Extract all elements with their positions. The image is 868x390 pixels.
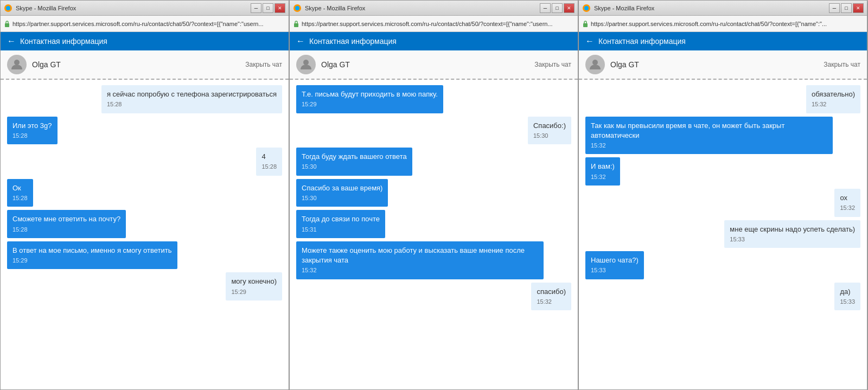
message-text-1-6: В ответ на мое письмо, именно я смогу от… bbox=[12, 246, 172, 254]
back-arrow-1[interactable]: ← bbox=[7, 36, 16, 46]
chat-header-2: ← Контактная информация bbox=[290, 32, 578, 50]
back-arrow-3[interactable]: ← bbox=[585, 36, 594, 46]
message-1-4: Ок 15:28 bbox=[7, 179, 33, 207]
message-text-1-1: я сейчас попробую с телефона зарегистрир… bbox=[107, 90, 277, 98]
avatar-3 bbox=[585, 55, 605, 74]
message-3-6: Нашего чата?) 15:33 bbox=[585, 251, 644, 279]
window-controls-1: ─ □ ✕ bbox=[251, 3, 285, 13]
message-time-1-3: 15:28 bbox=[261, 163, 277, 171]
minimize-btn-1[interactable]: ─ bbox=[251, 3, 261, 13]
message-time-3-1: 15:32 bbox=[812, 100, 855, 108]
message-2-7: спасибо) 15:32 bbox=[531, 283, 571, 311]
message-2-1: Т.е. письма будут приходить в мою папку.… bbox=[296, 85, 443, 113]
message-time-3-6: 15:33 bbox=[591, 266, 639, 274]
message-time-1-2: 15:28 bbox=[12, 132, 52, 140]
chat-app-2: ← Контактная информация Olga GT Закрыть … bbox=[290, 32, 578, 389]
window-title-1: Skype - Mozilla Firefox bbox=[16, 5, 76, 11]
window-controls-2: ─ □ ✕ bbox=[540, 3, 575, 13]
messages-area-3: обязательно) 15:32 Так как мы превысили … bbox=[579, 80, 867, 389]
message-text-3-4: ох bbox=[840, 194, 847, 202]
chat-header-1: ← Контактная информация bbox=[1, 32, 289, 50]
firefox-icon-2 bbox=[293, 4, 302, 12]
title-bar-left-3: Skype - Mozilla Firefox bbox=[582, 4, 654, 12]
avatar-2 bbox=[296, 55, 316, 74]
maximize-btn-1[interactable]: □ bbox=[263, 3, 273, 13]
url-2[interactable]: https://partner.support.services.microso… bbox=[302, 21, 553, 27]
title-bar-left-1: Skype - Mozilla Firefox bbox=[4, 4, 76, 12]
message-3-3: И вам:) 15:32 bbox=[585, 157, 620, 186]
close-btn-2[interactable]: ✕ bbox=[564, 3, 575, 13]
firefox-icon-3 bbox=[582, 4, 591, 12]
message-time-1-4: 15:28 bbox=[12, 194, 28, 202]
close-btn-1[interactable]: ✕ bbox=[275, 3, 285, 13]
message-text-2-5: Тогда до связи по почте bbox=[302, 215, 380, 223]
title-bar-3: Skype - Mozilla Firefox ─ □ ✕ bbox=[579, 1, 867, 16]
svg-rect-10 bbox=[583, 23, 588, 27]
message-text-1-7: могу конечно) bbox=[231, 277, 277, 285]
firefox-icon-1 bbox=[4, 4, 12, 12]
close-chat-btn-2[interactable]: Закрыть чат bbox=[534, 61, 571, 68]
message-1-6: В ответ на мое письмо, именно я смогу от… bbox=[7, 241, 177, 270]
message-text-1-3: 4 bbox=[261, 152, 265, 161]
back-arrow-2[interactable]: ← bbox=[296, 36, 305, 46]
minimize-btn-3[interactable]: ─ bbox=[829, 3, 840, 13]
maximize-btn-2[interactable]: □ bbox=[552, 3, 563, 13]
close-btn-3[interactable]: ✕ bbox=[853, 3, 864, 13]
avatar-1 bbox=[7, 55, 27, 74]
message-time-3-5: 15:33 bbox=[730, 235, 855, 244]
chat-header-3: ← Контактная информация bbox=[579, 32, 867, 50]
contact-row-1: Olga GT Закрыть чат bbox=[1, 50, 289, 80]
lock-icon-3 bbox=[582, 20, 589, 28]
close-chat-btn-1[interactable]: Закрыть чат bbox=[245, 61, 282, 68]
message-1-3: 4 15:28 bbox=[256, 148, 282, 176]
svg-rect-2 bbox=[5, 23, 9, 27]
address-bar-1: https://partner.support.services.microso… bbox=[1, 16, 289, 32]
message-text-1-2: Или это 3g? bbox=[12, 122, 52, 130]
message-text-3-2: Так как мы превысили время в чате, он мо… bbox=[591, 122, 784, 139]
close-chat-btn-3[interactable]: Закрыть чат bbox=[824, 61, 860, 68]
address-bar-2: https://partner.support.services.microso… bbox=[290, 16, 578, 32]
maximize-btn-3[interactable]: □ bbox=[841, 3, 852, 13]
message-2-5: Тогда до связи по почте 15:31 bbox=[296, 210, 385, 238]
message-text-1-5: Сможете мне ответить на почту? bbox=[12, 215, 120, 223]
title-bar-left-2: Skype - Mozilla Firefox bbox=[293, 4, 365, 12]
svg-point-9 bbox=[584, 6, 589, 10]
message-text-2-2: Спасибо:) bbox=[533, 122, 566, 130]
message-1-5: Сможете мне ответить на почту? 15:28 bbox=[7, 210, 126, 238]
window-controls-3: ─ □ ✕ bbox=[829, 3, 864, 13]
message-2-4: Спасибо за ваше время) 15:30 bbox=[296, 179, 388, 207]
message-3-2: Так как мы превысили время в чате, он мо… bbox=[585, 117, 833, 155]
message-time-2-3: 15:30 bbox=[302, 163, 407, 171]
message-time-2-5: 15:31 bbox=[302, 226, 380, 234]
title-bar-1: Skype - Mozilla Firefox ─ □ ✕ bbox=[1, 1, 289, 16]
url-3[interactable]: https://partner.support.services.microso… bbox=[591, 21, 827, 27]
message-text-2-3: Тогда буду ждать вашего ответа bbox=[302, 152, 407, 161]
url-1[interactable]: https://partner.support.services.microso… bbox=[12, 21, 264, 27]
lock-icon-2 bbox=[293, 20, 299, 28]
message-time-1-6: 15:29 bbox=[12, 257, 172, 265]
message-2-2: Спасибо:) 15:30 bbox=[528, 117, 571, 145]
svg-point-11 bbox=[592, 60, 598, 65]
message-time-2-6: 15:32 bbox=[302, 266, 538, 274]
window-title-3: Skype - Mozilla Firefox bbox=[594, 5, 654, 11]
message-text-2-4: Спасибо за ваше время) bbox=[302, 184, 382, 192]
svg-point-7 bbox=[303, 60, 309, 65]
contact-name-1: Olga GT bbox=[32, 60, 245, 69]
message-text-3-7: да) bbox=[840, 287, 850, 296]
message-3-5: мне еще скрины надо успеть сделать) 15:3… bbox=[724, 220, 860, 248]
message-time-3-4: 15:32 bbox=[840, 204, 855, 212]
svg-rect-6 bbox=[294, 23, 298, 27]
messages-area-1: я сейчас попробую с телефона зарегистрир… bbox=[1, 80, 289, 389]
contact-name-2: Olga GT bbox=[321, 60, 534, 69]
message-text-3-5: мне еще скрины надо успеть сделать) bbox=[730, 225, 855, 233]
message-2-6: Можете также оценить мою работу и высказ… bbox=[296, 241, 544, 279]
browser-window-2: Skype - Mozilla Firefox ─ □ ✕ https://pa… bbox=[289, 0, 578, 390]
message-time-2-1: 15:29 bbox=[302, 100, 438, 108]
window-title-2: Skype - Mozilla Firefox bbox=[305, 5, 365, 11]
contact-row-2: Olga GT Закрыть чат bbox=[290, 50, 578, 80]
messages-area-2: Т.е. письма будут приходить в мою папку.… bbox=[290, 80, 578, 389]
message-3-1: обязательно) 15:32 bbox=[806, 85, 860, 113]
minimize-btn-2[interactable]: ─ bbox=[540, 3, 551, 13]
message-text-2-6: Можете также оценить мою работу и высказ… bbox=[302, 246, 525, 264]
message-time-1-5: 15:28 bbox=[12, 226, 120, 234]
